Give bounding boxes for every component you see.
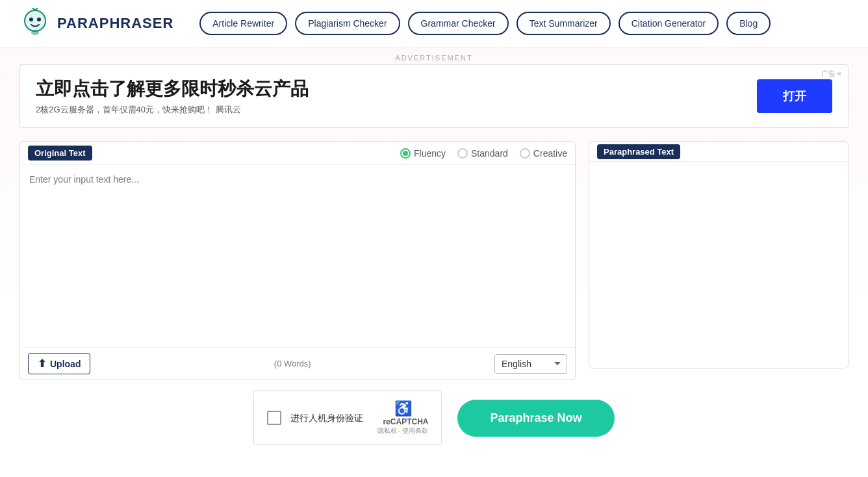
captcha-label: 进行人机身份验证 [290, 413, 363, 423]
paraphrase-now-button[interactable]: Paraphrase Now [457, 400, 614, 437]
mode-creative[interactable]: Creative [520, 148, 567, 159]
original-text-input[interactable] [20, 165, 575, 347]
creative-label: Creative [533, 148, 567, 159]
nav-grammar-checker[interactable]: Grammar Checker [408, 12, 509, 35]
recaptcha-icon: ♿ [377, 400, 429, 417]
logo-text: PARAPHRASER [57, 15, 173, 32]
editor-row: Original Text Fluency Standard Creative [19, 141, 849, 380]
left-panel-footer: ⬆ Upload (0 Words) English Spanish Frenc… [20, 347, 575, 380]
upload-icon: ⬆ [38, 357, 46, 370]
fluency-label: Fluency [414, 148, 446, 159]
ad-subtitle: 2核2G云服务器，首年仅需40元，快来抢购吧！ 腾讯云 [36, 104, 309, 116]
word-count: (0 Words) [274, 359, 311, 368]
svg-point-3 [31, 30, 39, 35]
ad-content: 立即点击了解更多限时秒杀云产品 2核2G云服务器，首年仅需40元，快来抢购吧！ … [36, 77, 309, 116]
svg-point-1 [29, 18, 33, 21]
ad-close-label[interactable]: 广告 × [821, 69, 841, 79]
language-select[interactable]: English Spanish French German Italian Po… [494, 354, 567, 374]
standard-label: Standard [471, 148, 508, 159]
nav-article-rewriter[interactable]: Article Rewriter [199, 12, 287, 35]
main-nav: Article Rewriter Plagiarism Checker Gram… [199, 12, 771, 35]
mode-fluency[interactable]: Fluency [400, 148, 446, 159]
nav-text-summarizer[interactable]: Text Summarizer [517, 12, 611, 35]
logo-area: PARAPHRASER [19, 8, 173, 39]
mode-standard[interactable]: Standard [457, 148, 508, 159]
svg-point-0 [25, 10, 45, 31]
ad-title: 立即点击了解更多限时秒杀云产品 [36, 77, 309, 101]
standard-radio[interactable] [457, 148, 468, 159]
ad-close[interactable]: 广告 × [821, 69, 841, 79]
recaptcha-label: reCAPTCHA [377, 417, 429, 426]
ad-label: ADVERTISEMENT [19, 54, 849, 62]
header: PARAPHRASER Article Rewriter Plagiarism … [0, 0, 868, 47]
upload-label: Upload [50, 359, 81, 369]
upload-button[interactable]: ⬆ Upload [28, 353, 90, 374]
captcha-text-area: 进行人机身份验证 [290, 412, 368, 424]
svg-point-2 [37, 18, 41, 21]
action-row: 进行人机身份验证 ♿ reCAPTCHA 隐私权 - 使用条款 Paraphra… [19, 391, 849, 445]
fluency-radio[interactable] [400, 148, 411, 159]
creative-radio[interactable] [520, 148, 530, 159]
main-content: ADVERTISEMENT 立即点击了解更多限时秒杀云产品 2核2G云服务器，首… [0, 47, 868, 477]
ad-banner: 立即点击了解更多限时秒杀云产品 2核2G云服务器，首年仅需40元，快来抢购吧！ … [19, 64, 849, 128]
captcha-branding: ♿ reCAPTCHA 隐私权 - 使用条款 [377, 400, 429, 435]
mode-options: Fluency Standard Creative [400, 148, 567, 159]
logo-icon [19, 8, 51, 39]
right-panel: Paraphrased Text [589, 141, 849, 368]
original-text-label: Original Text [28, 146, 92, 161]
nav-citation-generator[interactable]: Citation Generator [619, 12, 719, 35]
captcha-box: 进行人机身份验证 ♿ reCAPTCHA 隐私权 - 使用条款 [253, 391, 442, 445]
ad-open-button[interactable]: 打开 [757, 79, 832, 113]
nav-plagiarism-checker[interactable]: Plagiarism Checker [295, 12, 400, 35]
right-panel-header: Paraphrased Text [589, 142, 848, 162]
paraphrased-text-label: Paraphrased Text [597, 144, 680, 159]
left-panel: Original Text Fluency Standard Creative [19, 141, 576, 380]
captcha-links[interactable]: 隐私权 - 使用条款 [377, 426, 429, 435]
captcha-checkbox[interactable] [267, 411, 281, 425]
nav-blog[interactable]: Blog [726, 12, 771, 35]
left-panel-header: Original Text Fluency Standard Creative [20, 142, 575, 165]
